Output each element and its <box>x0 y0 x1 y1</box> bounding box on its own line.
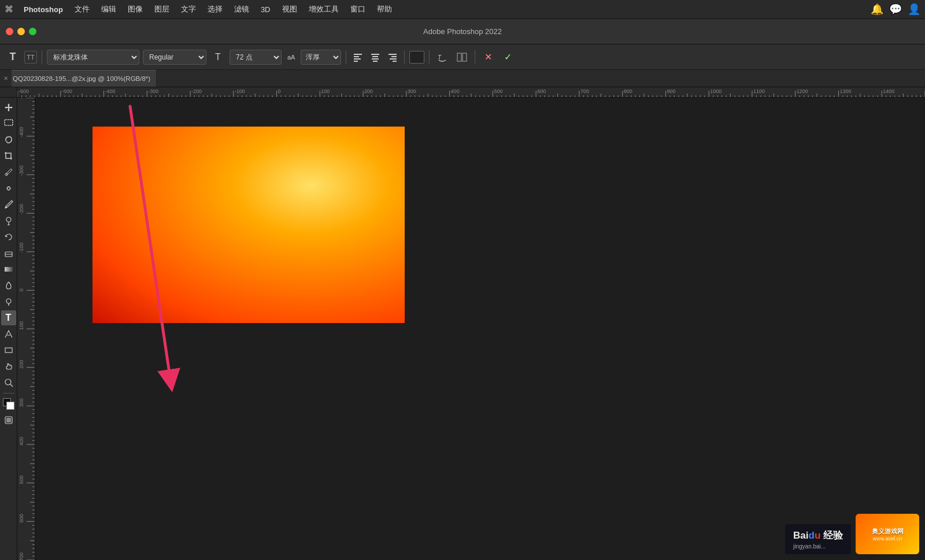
svg-rect-0 <box>354 54 362 55</box>
menu-photoshop[interactable]: Photoshop <box>19 4 68 15</box>
svg-rect-15 <box>5 120 13 125</box>
user-icon[interactable]: 👤 <box>908 3 920 16</box>
move-tool[interactable] <box>1 100 16 115</box>
toggle-character-panel[interactable]: TT <box>24 51 37 64</box>
toolbar-separator <box>3 393 14 394</box>
anti-alias-select[interactable]: 浑厚 <box>301 50 341 65</box>
align-right-button[interactable] <box>386 50 399 64</box>
watermark-container: Baidu 经验 jingyan.bai... 奥义游戏网 www.aoel.c… <box>785 514 919 554</box>
minimize-button[interactable] <box>17 28 25 35</box>
separator-1 <box>42 50 42 64</box>
menu-file[interactable]: 文件 <box>70 3 94 16</box>
canvas-area: Baidu 经验 jingyan.bai... 奥义游戏网 www.aoel.c… <box>17 98 925 560</box>
spot-heal-tool[interactable] <box>1 181 16 196</box>
font-family-select[interactable]: 标准龙珠体 <box>47 50 139 65</box>
font-size-select[interactable]: 72 点 <box>230 50 282 65</box>
align-center-button[interactable] <box>368 50 382 64</box>
traffic-lights <box>6 28 36 35</box>
gradient-tool[interactable] <box>1 262 16 277</box>
baidu-url: jingyan.bai... <box>793 543 843 550</box>
menu-edit[interactable]: 编辑 <box>97 3 121 16</box>
horizontal-ruler <box>17 87 925 98</box>
dodge-tool[interactable] <box>1 294 16 309</box>
menu-bar-right: 🔔 💬 👤 <box>871 3 920 16</box>
lasso-tool[interactable] <box>1 132 16 147</box>
menu-select[interactable]: 选择 <box>203 3 227 16</box>
menu-3d[interactable]: 3D <box>256 4 275 15</box>
tab-label[interactable]: QQ20230828-195...@2x.jpg @ 100%(RGB/8*) <box>12 70 157 87</box>
canvas-viewport[interactable] <box>17 98 925 560</box>
svg-rect-7 <box>373 61 378 62</box>
eraser-tool[interactable] <box>1 246 16 261</box>
font-style-select[interactable]: Regular <box>143 50 206 65</box>
svg-rect-13 <box>457 53 461 61</box>
tab-close-button[interactable]: ✕ <box>0 75 12 81</box>
menu-text[interactable]: 文字 <box>176 3 201 16</box>
ruler-h-canvas <box>17 87 925 98</box>
options-bar: T TT 标准龙珠体 Regular T 72 点 aA 浑厚 T ✕ ✓ <box>0 44 925 70</box>
svg-point-23 <box>6 299 11 303</box>
svg-rect-2 <box>354 58 361 60</box>
svg-rect-11 <box>393 61 397 62</box>
menu-filter[interactable]: 滤镜 <box>230 3 254 16</box>
menu-plugins[interactable]: 增效工具 <box>304 3 343 16</box>
separator-3 <box>404 50 405 64</box>
eyedropper-tool[interactable] <box>1 165 16 180</box>
aoyou-watermark: 奥义游戏网 www.aoel.cn <box>856 514 919 554</box>
canvas-image <box>92 127 405 323</box>
main-layout: T <box>0 98 925 560</box>
notification-icon[interactable]: 🔔 <box>871 3 883 16</box>
svg-rect-6 <box>372 58 379 60</box>
svg-text:T: T <box>438 54 442 61</box>
foreground-color[interactable] <box>1 396 16 411</box>
svg-line-28 <box>10 384 13 387</box>
commit-type-button[interactable]: ✓ <box>500 49 516 65</box>
selection-tool[interactable] <box>1 116 16 131</box>
svg-point-17 <box>5 206 7 208</box>
anti-alias-label: aA <box>285 53 297 62</box>
left-toolbar: T <box>0 98 17 560</box>
separator-2 <box>346 50 346 64</box>
tab-bar: ✕ QQ20230828-195...@2x.jpg @ 100%(RGB/8*… <box>0 70 925 87</box>
align-left-button[interactable] <box>351 50 365 64</box>
font-size-icon: T <box>210 49 226 65</box>
svg-rect-4 <box>371 54 379 55</box>
aoyou-url: www.aoel.cn <box>873 536 902 542</box>
menu-layer[interactable]: 图层 <box>150 3 174 16</box>
maximize-button[interactable] <box>29 28 36 35</box>
ruler-corner <box>0 87 17 98</box>
hand-tool[interactable] <box>1 359 16 374</box>
clone-stamp-tool[interactable] <box>1 213 16 228</box>
path-selection-tool[interactable] <box>1 327 16 342</box>
cancel-type-button[interactable]: ✕ <box>480 49 496 65</box>
separator-4 <box>429 50 430 64</box>
rectangle-tool[interactable] <box>1 343 16 358</box>
quick-mask-toggle[interactable] <box>1 413 16 428</box>
warp-text-button[interactable]: T <box>434 49 450 65</box>
toggle-3d-icon[interactable] <box>454 49 470 65</box>
tool-type-icon: T <box>5 49 21 65</box>
text-color-swatch[interactable] <box>409 51 424 64</box>
brush-tool[interactable] <box>1 197 16 212</box>
title-bar: Adobe Photoshop 2022 <box>0 19 925 44</box>
wechat-icon[interactable]: 💬 <box>889 3 902 16</box>
menu-help[interactable]: 帮助 <box>372 3 397 16</box>
svg-rect-5 <box>372 56 378 57</box>
close-button[interactable] <box>6 28 13 35</box>
zoom-tool[interactable] <box>1 375 16 390</box>
history-brush-tool[interactable] <box>1 229 16 244</box>
crop-tool[interactable] <box>1 149 16 164</box>
svg-rect-14 <box>462 53 467 61</box>
menu-view[interactable]: 视图 <box>278 3 302 16</box>
svg-rect-26 <box>5 348 12 353</box>
blur-tool[interactable] <box>1 278 16 293</box>
baidu-text: Baidu 经验 <box>793 530 843 541</box>
svg-point-27 <box>5 379 11 385</box>
menu-window[interactable]: 窗口 <box>346 3 370 16</box>
type-tool[interactable]: T <box>1 310 16 325</box>
aoyou-title: 奥义游戏网 <box>872 527 904 536</box>
baidu-watermark: Baidu 经验 jingyan.bai... <box>785 524 851 554</box>
vertical-ruler <box>17 98 35 560</box>
menu-image[interactable]: 图像 <box>123 3 147 16</box>
apple-menu[interactable]: ⌘ <box>5 4 13 14</box>
